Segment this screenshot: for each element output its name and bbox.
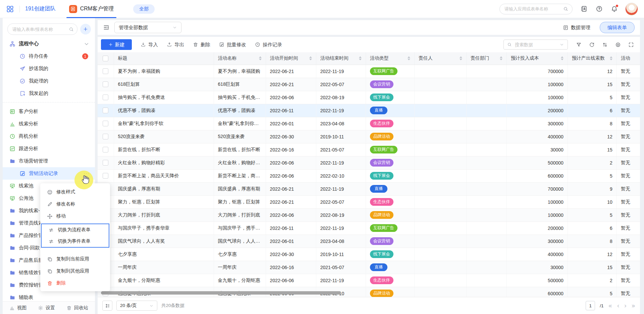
row-checkbox[interactable]	[103, 81, 108, 87]
menu-item[interactable]: 删除	[40, 277, 110, 289]
table-row[interactable]: 聚力，钜惠，巨划算聚力，钜惠，巨划算2022-06-212022-05-07生态…	[98, 195, 640, 208]
add-form-button[interactable]	[80, 24, 91, 35]
table-row[interactable]: 优惠不够，团购凑优惠不够，团购凑2022-06-112022-11-19直播20…	[98, 104, 640, 117]
data-manage-button[interactable]: 数据管理	[563, 24, 590, 31]
table-row[interactable]: 七夕享惠七夕享惠2022-06-302019-10-11线下展会40000012…	[98, 248, 640, 261]
table-row[interactable]: 金九银十，分期钜惠金九银十，分期钜惠2022-06-062022-11-19生态…	[98, 274, 640, 287]
menu-item[interactable]: 切换为流程表单	[42, 224, 109, 236]
sort-carets-icon[interactable]	[359, 56, 362, 60]
first-page-button[interactable]: «	[608, 303, 612, 309]
menu-item[interactable]: 切换为事件表单	[42, 236, 109, 247]
row-checkbox[interactable]	[103, 108, 108, 113]
edit-form-button[interactable]: 编辑表单	[600, 22, 635, 33]
sort-carets-icon[interactable]	[460, 56, 462, 60]
menu-item[interactable]: 移动	[40, 210, 110, 222]
refresh-icon[interactable]	[589, 42, 595, 48]
column-header[interactable]: 责任人	[414, 52, 466, 65]
team-name-link[interactable]: 191创建团队	[25, 5, 56, 12]
row-checkbox[interactable]	[103, 68, 108, 74]
current-page[interactable]: 1	[586, 301, 595, 310]
column-header[interactable]: 标题	[114, 52, 214, 65]
sort-carets-icon[interactable]	[561, 56, 564, 60]
operation-log-button[interactable]: 操作记录	[255, 42, 282, 48]
column-header[interactable]: 预计产出线索数	[568, 52, 616, 65]
page-size-select[interactable]: 20 条/页	[116, 301, 157, 311]
sidebar-item[interactable]: 市场营销管理	[3, 155, 95, 167]
prev-page-button[interactable]: ‹	[617, 303, 620, 309]
last-page-button[interactable]: »	[631, 303, 635, 309]
sidebar-bottom-item[interactable]: 视图	[9, 305, 26, 311]
sidebar-item[interactable]: 待办任务1	[3, 50, 95, 62]
row-checkbox[interactable]	[103, 173, 108, 179]
select-all-checkbox[interactable]	[103, 56, 108, 61]
sidebar-bottom-item[interactable]: 回收站	[66, 305, 88, 311]
tab-crm-app[interactable]: CRM客户管理	[67, 0, 116, 18]
horizontal-scrollbar-thumb[interactable]	[101, 291, 341, 295]
table-row[interactable]: 与国庆甲子，携手奏华章与国庆甲子，携手奏华章2022-06-112022-11-…	[98, 222, 640, 235]
sidebar-bottom-item[interactable]: 设置	[38, 305, 55, 311]
delete-button[interactable]: 删除	[193, 42, 210, 48]
new-record-button[interactable]: 新建	[101, 39, 132, 50]
column-header[interactable]: 活动结束时间	[316, 52, 366, 65]
table-row[interactable]: 夏不为例，幸福团购夏不为例，幸福团购2022-06-212022-11-19互联…	[98, 65, 640, 78]
data-scope-select[interactable]: 管理全部数据	[114, 22, 181, 33]
sidebar-search-input[interactable]	[12, 26, 67, 32]
notifications[interactable]	[611, 5, 618, 12]
sort-carets-icon[interactable]	[408, 56, 410, 60]
table-row[interactable]: 一周年庆一周年庆2022-06-162021-05-07直播3000015暂无	[98, 261, 640, 274]
search-icon[interactable]	[563, 6, 568, 11]
table-row[interactable]: 抽号购买，手机免费送抽号购买，手机免费送2022-06-062022-08-19…	[98, 91, 640, 104]
column-header[interactable]: 活动开始时间	[266, 52, 316, 65]
row-checkbox[interactable]	[103, 95, 108, 100]
menu-item[interactable]: 复制到其他应用	[40, 265, 110, 277]
menu-item[interactable]: 修改样式	[40, 186, 110, 198]
avatar[interactable]	[625, 3, 638, 15]
table-row[interactable]: 新货不断上架，商品天天降价新货不断上架，商品天天降价2022-06-062022…	[98, 169, 640, 182]
sidebar-item-process-center[interactable]: 流程中心	[3, 38, 95, 50]
sort-carets-icon[interactable]	[500, 56, 502, 60]
table-row[interactable]: 火红金秋，购物好精彩火红金秋，购物好精彩2022-06-062022-11-19…	[98, 156, 640, 169]
table-row[interactable]: 520浪漫来袭520浪漫来袭2022-06-302019-10-11品牌活动40…	[98, 130, 640, 143]
apps-grid-icon[interactable]	[6, 5, 14, 13]
row-height-button[interactable]	[102, 301, 112, 311]
menu-item[interactable]: 修改名称	[40, 198, 110, 210]
collapse-sidebar-icon[interactable]	[103, 24, 110, 31]
global-search-input[interactable]	[504, 6, 560, 12]
column-header[interactable]: 责任部门	[466, 52, 506, 65]
data-search[interactable]	[503, 40, 568, 50]
export-button[interactable]: 导出	[167, 42, 184, 48]
data-search-input[interactable]	[514, 42, 557, 48]
sidebar-search[interactable]	[7, 23, 77, 35]
directory-icon[interactable]	[581, 5, 588, 12]
row-checkbox[interactable]	[103, 147, 108, 152]
sort-icon[interactable]	[602, 42, 608, 48]
column-header[interactable]: 活动类型	[366, 52, 414, 65]
sidebar-item[interactable]: 跟进分析	[3, 142, 95, 155]
table-row[interactable]: 国庆气球向，人人有奖国庆气球向，人人有奖2022-06-012023-04-08…	[98, 235, 640, 248]
column-header[interactable]: 活动名称	[214, 52, 266, 65]
sidebar-item[interactable]: 我处理的	[3, 75, 95, 87]
fullscreen-icon[interactable]	[628, 42, 634, 48]
sidebar-item[interactable]: 我发起的	[3, 87, 95, 100]
chevron-down-icon[interactable]	[559, 42, 564, 47]
batch-edit-button[interactable]: 批量修改	[219, 42, 246, 48]
table-row[interactable]: 618巨划算618巨划算2022-06-212022-05-07会议营销1000…	[98, 78, 640, 91]
import-button[interactable]: 导入	[141, 42, 158, 48]
menu-item[interactable]: 复制到当前应用	[40, 253, 110, 265]
sidebar-item[interactable]: 线索分析	[3, 118, 95, 130]
sort-carets-icon[interactable]	[610, 56, 612, 60]
scope-pill[interactable]: 全部	[133, 4, 155, 14]
row-checkbox[interactable]	[103, 134, 108, 139]
help-icon[interactable]	[596, 5, 603, 12]
column-display-icon[interactable]	[615, 42, 621, 48]
table-row[interactable]: 国庆盛典，厚惠有期国庆盛典，厚惠有期2022-06-212022-11-19直播…	[98, 182, 640, 195]
chevron-down-icon[interactable]	[84, 41, 90, 47]
filter-icon[interactable]	[576, 42, 582, 48]
table-row[interactable]: 金秋"豪"礼拿到你手软金秋"豪"礼拿到你手软2022-06-012023-04-…	[98, 117, 640, 130]
sort-carets-icon[interactable]	[309, 56, 312, 60]
global-search[interactable]	[499, 4, 573, 14]
next-page-button[interactable]: ›	[624, 303, 627, 309]
row-checkbox[interactable]	[103, 160, 108, 166]
sidebar-item[interactable]: 商机分析	[3, 130, 95, 142]
sort-carets-icon[interactable]	[259, 56, 262, 60]
